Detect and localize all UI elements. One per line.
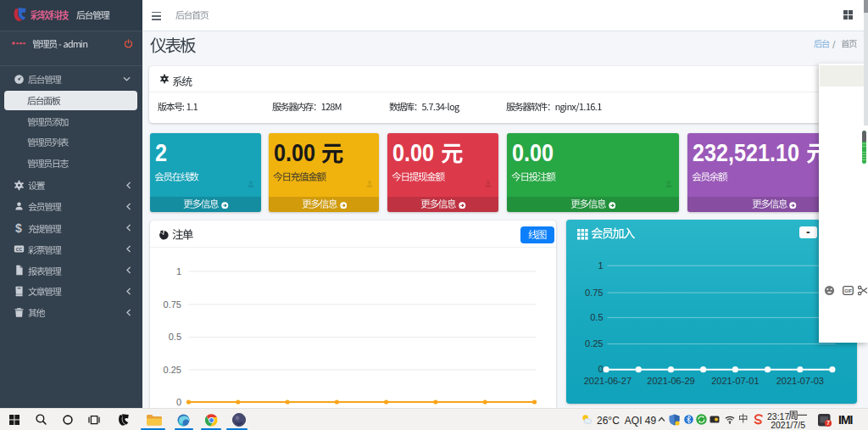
- svg-text:0.75: 0.75: [585, 288, 603, 298]
- svg-text:2021-07-01: 2021-07-01: [711, 376, 759, 386]
- svg-text:GIF: GIF: [844, 288, 852, 293]
- svg-text:0: 0: [175, 397, 181, 407]
- svg-text:2021-06-29: 2021-06-29: [647, 376, 694, 386]
- svg-text:2021-06-27: 2021-06-27: [583, 376, 631, 386]
- svg-text:CC: CC: [16, 247, 23, 252]
- svg-text:2021-07-03: 2021-07-03: [776, 376, 823, 386]
- svg-text:1: 1: [175, 266, 181, 276]
- svg-text:0.25: 0.25: [163, 365, 181, 375]
- svg-text:0: 0: [598, 364, 603, 374]
- svg-text:0.5: 0.5: [168, 332, 181, 342]
- svg-text:0.75: 0.75: [163, 299, 181, 310]
- svg-text:0.25: 0.25: [585, 338, 603, 349]
- svg-text:0.5: 0.5: [590, 312, 603, 322]
- svg-text:7: 7: [826, 420, 830, 426]
- svg-text:1: 1: [598, 260, 603, 271]
